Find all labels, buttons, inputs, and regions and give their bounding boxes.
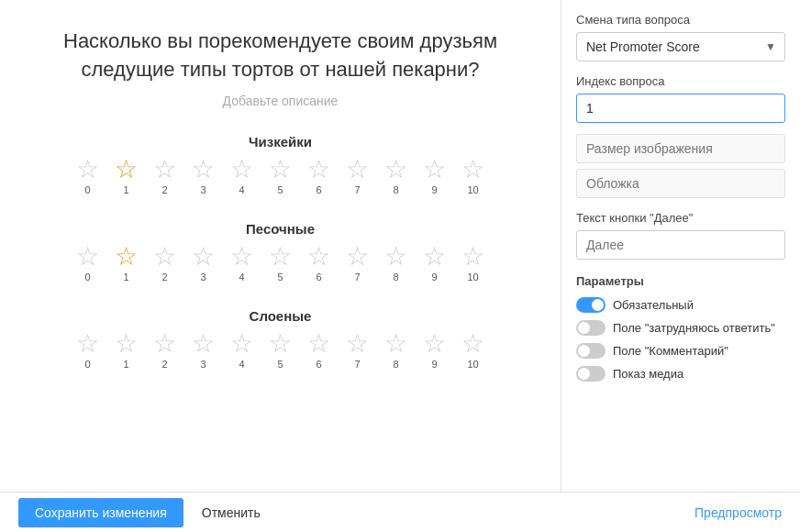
group-title-puff: Слоеные	[37, 308, 524, 324]
save-button[interactable]: Сохранить изменения	[18, 498, 183, 527]
toggle-difficult[interactable]	[576, 320, 606, 336]
group-title-cheesecakes: Чизкейки	[37, 134, 524, 150]
star-icon: ☆	[269, 244, 292, 270]
star-item[interactable]: ☆3	[185, 244, 222, 283]
star-label: 6	[316, 359, 321, 370]
star-item[interactable]: ☆5	[262, 157, 299, 195]
star-label: 10	[467, 184, 478, 195]
star-item[interactable]: ☆8	[378, 244, 415, 283]
star-label: 1	[123, 272, 128, 283]
star-item[interactable]: ☆1	[108, 244, 145, 283]
star-icon: ☆	[346, 244, 369, 270]
star-item[interactable]: ☆9	[417, 157, 453, 195]
left-panel: Насколько вы порекомендуете своим друзья…	[0, 0, 561, 492]
star-label: 1	[123, 184, 128, 195]
cancel-button[interactable]: Отменить	[202, 505, 261, 520]
star-icon: ☆	[307, 157, 330, 183]
toggle-row-media: Показ медиа	[576, 366, 785, 382]
next-button-input[interactable]	[576, 230, 785, 260]
stars-row-cheesecakes: ☆0 ☆1 ☆2 ☆3 ☆4 ☆5 ☆6 ☆7 ☆8 ☆9 ☆10	[37, 157, 524, 195]
star-item[interactable]: ☆0	[70, 331, 106, 370]
star-item[interactable]: ☆2	[147, 244, 183, 283]
star-icon: ☆	[192, 157, 215, 183]
star-icon: ☆	[115, 157, 138, 183]
star-label: 5	[277, 184, 283, 195]
star-item[interactable]: ☆9	[417, 331, 453, 370]
main-layout: Насколько вы порекомендуете своим друзья…	[0, 0, 800, 492]
star-item[interactable]: ☆10	[455, 331, 492, 370]
group-title-shortbread: Песочные	[37, 221, 524, 237]
star-icon: ☆	[423, 157, 446, 183]
toggle-label-media: Показ медиа	[613, 367, 683, 381]
star-icon: ☆	[230, 157, 253, 183]
star-item[interactable]: ☆8	[378, 157, 415, 195]
star-item[interactable]: ☆2	[147, 157, 183, 195]
description-placeholder[interactable]: Добавьте описание	[37, 94, 524, 108]
question-index-input[interactable]	[576, 94, 785, 123]
toggle-required[interactable]	[576, 297, 606, 313]
star-icon: ☆	[423, 244, 446, 270]
star-item[interactable]: ☆3	[185, 331, 222, 370]
question-title: Насколько вы порекомендуете своим друзья…	[37, 28, 524, 84]
star-item[interactable]: ☆6	[301, 244, 338, 283]
toggle-media[interactable]	[576, 366, 606, 382]
star-label: 10	[467, 359, 478, 370]
star-item[interactable]: ☆1	[108, 331, 145, 370]
toggle-row-difficult: Поле "затрудняюсь ответить"	[576, 320, 785, 336]
image-size-input	[576, 134, 785, 163]
star-item[interactable]: ☆0	[70, 244, 106, 283]
star-item[interactable]: ☆4	[224, 244, 261, 283]
star-label: 5	[277, 359, 283, 370]
star-item[interactable]: ☆5	[262, 244, 299, 283]
bottom-bar: Сохранить изменения Отменить Предпросмот…	[0, 492, 800, 532]
star-item[interactable]: ☆5	[262, 331, 299, 370]
star-item[interactable]: ☆8	[378, 331, 415, 370]
star-icon: ☆	[153, 244, 176, 270]
toggle-label-comments: Поле "Комментарий"	[613, 344, 728, 358]
star-label: 3	[200, 359, 206, 370]
star-icon: ☆	[153, 331, 176, 357]
star-label: 8	[393, 359, 398, 370]
star-icon: ☆	[461, 157, 484, 183]
params-label: Параметры	[576, 274, 785, 288]
star-label: 4	[239, 184, 244, 195]
star-item[interactable]: ☆1	[108, 157, 145, 195]
star-label: 9	[431, 272, 437, 283]
star-icon: ☆	[461, 331, 484, 357]
rating-group-cheesecakes: Чизкейки ☆0 ☆1 ☆2 ☆3 ☆4 ☆5 ☆6 ☆7 ☆8 ☆9 ☆…	[37, 134, 524, 195]
star-item[interactable]: ☆0	[70, 157, 106, 195]
preview-button[interactable]: Предпросмотр	[694, 505, 782, 520]
question-type-select[interactable]: Net Promoter Score	[576, 32, 785, 61]
star-label: 7	[354, 184, 360, 195]
star-icon: ☆	[307, 331, 330, 357]
star-icon: ☆	[230, 331, 253, 357]
star-item[interactable]: ☆10	[455, 157, 492, 195]
star-icon: ☆	[269, 157, 292, 183]
star-icon: ☆	[269, 331, 292, 357]
star-label: 2	[161, 359, 167, 370]
right-panel: Смена типа вопроса Net Promoter Score ▼ …	[561, 0, 800, 492]
star-item[interactable]: ☆3	[185, 157, 222, 195]
star-icon: ☆	[76, 157, 99, 183]
star-item[interactable]: ☆9	[417, 244, 453, 283]
toggle-comments[interactable]	[576, 343, 606, 359]
star-item[interactable]: ☆6	[301, 331, 338, 370]
star-icon: ☆	[346, 157, 369, 183]
star-item[interactable]: ☆7	[339, 331, 376, 370]
toggle-label-difficult: Поле "затрудняюсь ответить"	[613, 321, 775, 335]
star-item[interactable]: ☆2	[147, 331, 183, 370]
star-icon: ☆	[423, 331, 446, 357]
star-item[interactable]: ☆4	[224, 331, 261, 370]
star-item[interactable]: ☆7	[339, 157, 376, 195]
star-label: 5	[277, 272, 283, 283]
star-item[interactable]: ☆4	[224, 157, 261, 195]
star-label: 7	[354, 359, 360, 370]
star-label: 3	[200, 272, 206, 283]
star-label: 9	[431, 184, 437, 195]
star-item[interactable]: ☆10	[455, 244, 492, 283]
star-item[interactable]: ☆7	[339, 244, 376, 283]
toggle-row-comments: Поле "Комментарий"	[576, 343, 785, 359]
star-item[interactable]: ☆6	[301, 157, 338, 195]
star-label: 9	[431, 359, 437, 370]
rating-group-shortbread: Песочные ☆0 ☆1 ☆2 ☆3 ☆4 ☆5 ☆6 ☆7 ☆8 ☆9 ☆…	[37, 221, 524, 283]
